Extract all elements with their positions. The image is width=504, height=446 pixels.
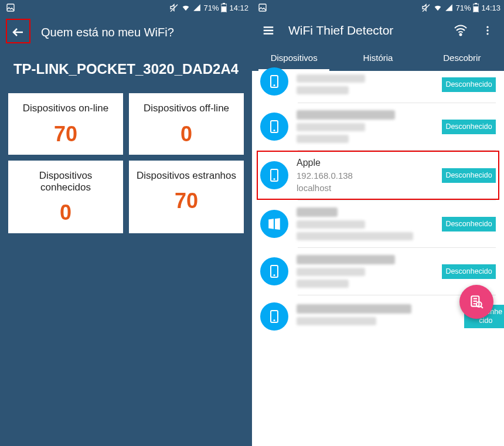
battery-icon	[473, 3, 479, 12]
device-row[interactable]: Desconhecido	[252, 103, 504, 150]
tab-devices[interactable]: Dispositivos	[252, 46, 336, 71]
fab-search[interactable]	[459, 285, 493, 319]
network-name: TP-LINK_POCKET_3020_DAD2A4	[0, 49, 252, 93]
menu-button[interactable]	[261, 23, 275, 38]
signal-icon	[193, 4, 201, 12]
device-info	[297, 207, 434, 240]
svg-rect-3	[222, 6, 226, 12]
blurred-text	[297, 123, 365, 131]
svg-point-13	[274, 84, 275, 86]
back-button[interactable]	[8, 22, 28, 42]
signal-icon	[445, 4, 453, 12]
blurred-text	[297, 74, 365, 83]
stat-offline[interactable]: Dispositivos off-line 0	[129, 93, 244, 154]
windows-icon	[260, 210, 288, 238]
battery-percent: 71%	[455, 4, 471, 12]
mute-icon	[169, 3, 179, 12]
stat-value: 70	[135, 189, 238, 213]
right-screen: 71% 14:13 WiFi Thief Detector Dispositiv…	[252, 0, 504, 446]
svg-rect-0	[7, 4, 14, 11]
status-badge[interactable]: Desconhecido	[442, 120, 496, 134]
wifi-icon[interactable]	[454, 23, 468, 38]
stat-online[interactable]: Dispositivos on-line 70	[8, 93, 123, 154]
phone-icon	[260, 161, 288, 189]
svg-point-11	[486, 33, 488, 35]
tab-discover[interactable]: Descobrir	[420, 46, 504, 71]
device-name: Apple	[297, 158, 434, 168]
device-info: Apple 192.168.0.138 localhost	[297, 158, 434, 193]
tab-history[interactable]: História	[336, 46, 420, 71]
device-info	[297, 304, 456, 329]
device-list: Desconhecido Desconhecido Apple 192	[252, 71, 504, 338]
device-info	[297, 110, 434, 143]
svg-rect-7	[474, 6, 478, 12]
device-host: localhost	[297, 183, 434, 193]
battery-percent: 71%	[203, 4, 219, 12]
stat-label: Dispositivos off-line	[135, 103, 238, 114]
picture-icon	[258, 3, 267, 12]
clock: 14:13	[481, 4, 500, 12]
device-info	[297, 74, 434, 94]
clock: 14:12	[229, 4, 248, 12]
stat-strange[interactable]: Dispositivos estranhos 70	[129, 161, 244, 234]
mute-icon	[421, 3, 431, 12]
device-ip: 192.168.0.138	[297, 171, 434, 181]
blurred-text	[297, 304, 411, 314]
svg-point-9	[486, 26, 488, 28]
right-header: WiFi Thief Detector	[252, 15, 504, 46]
status-badge[interactable]: Desconhecido	[442, 168, 496, 183]
blurred-text	[297, 268, 365, 276]
blurred-text	[297, 207, 338, 217]
svg-point-17	[274, 178, 275, 180]
status-badge[interactable]: Desconhecido	[442, 217, 496, 231]
svg-rect-4	[259, 4, 266, 11]
blurred-text	[297, 86, 349, 94]
battery-icon	[221, 3, 227, 12]
wifi-icon	[181, 3, 190, 12]
svg-point-19	[274, 274, 275, 276]
stat-value: 70	[14, 122, 117, 147]
blurred-text	[297, 317, 376, 325]
status-badge[interactable]: Desconhecido	[442, 77, 496, 92]
stat-label: Dispositivos on-line	[14, 103, 117, 114]
device-row-apple[interactable]: Apple 192.168.0.138 localhost Desconheci…	[252, 151, 504, 200]
status-bar: 71% 14:13	[252, 0, 504, 15]
stat-value: 0	[14, 200, 117, 225]
stat-label: Dispositivos conhecidos	[14, 170, 117, 194]
overflow-button[interactable]	[481, 23, 495, 38]
phone-icon	[260, 113, 288, 141]
tabs: Dispositivos História Descobrir	[252, 46, 504, 71]
page-title: Quem está no meu WiFi?	[41, 26, 174, 39]
stat-label: Dispositivos estranhos	[135, 170, 238, 182]
svg-point-21	[274, 319, 275, 321]
picture-icon	[6, 3, 15, 12]
left-header: Quem está no meu WiFi?	[0, 15, 252, 49]
phone-icon	[260, 257, 288, 285]
blurred-text	[297, 135, 349, 143]
svg-point-15	[274, 130, 275, 131]
device-row[interactable]: Desconhecido	[252, 71, 504, 103]
left-screen: 71% 14:12 Quem está no meu WiFi? TP-LINK…	[0, 0, 252, 446]
stat-value: 0	[135, 122, 238, 147]
status-badge[interactable]: Desconhecido	[442, 264, 496, 279]
app-title: WiFi Thief Detector	[288, 23, 441, 38]
phone-icon	[260, 302, 288, 331]
blurred-text	[297, 255, 395, 264]
svg-point-8	[460, 34, 462, 36]
blurred-text	[297, 110, 395, 120]
status-bar: 71% 14:12	[0, 0, 252, 15]
blurred-text	[297, 220, 365, 229]
blurred-text	[297, 232, 413, 240]
blurred-text	[297, 280, 349, 288]
device-info	[297, 255, 434, 288]
svg-point-10	[486, 29, 488, 31]
stat-grid: Dispositivos on-line 70 Dispositivos off…	[0, 93, 252, 233]
stat-known[interactable]: Dispositivos conhecidos 0	[8, 161, 123, 234]
phone-icon	[260, 67, 288, 96]
wifi-icon	[433, 3, 442, 12]
device-row[interactable]: Desconhecido	[252, 200, 504, 247]
